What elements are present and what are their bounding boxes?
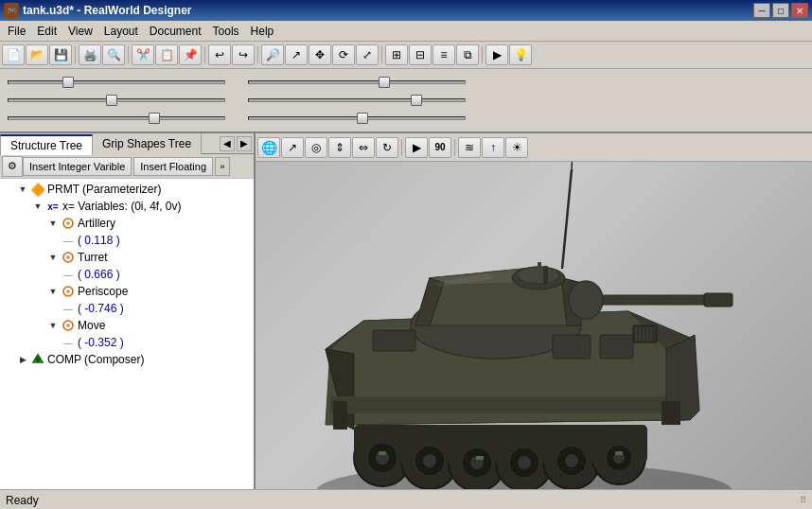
tb-redo[interactable]: ↪ [232, 44, 255, 65]
vp-btn-target[interactable]: ◎ [305, 137, 327, 158]
svg-rect-51 [553, 335, 591, 359]
slider-track-1[interactable] [8, 80, 225, 84]
vp-btn-move-h[interactable]: ⇔ [352, 137, 375, 158]
expander-turret[interactable]: ▼ [45, 250, 61, 265]
slider-track-3[interactable] [8, 116, 225, 120]
expander-artillery[interactable]: ▼ [45, 216, 61, 231]
label-prmt[interactable]: PRMT (Parameterizer) [45, 183, 163, 196]
tb-new[interactable]: 📄 [2, 44, 25, 65]
tb-group[interactable]: ⧉ [456, 44, 479, 65]
label-turret[interactable]: Turret [76, 251, 110, 264]
slider-thumb-1[interactable] [62, 77, 74, 88]
expander-periscope[interactable]: ▼ [45, 284, 61, 299]
svg-point-43 [518, 267, 559, 284]
tab-next-button[interactable]: ▶ [237, 136, 252, 151]
insert-floating-button[interactable]: Insert Floating [133, 157, 213, 176]
tb-grid[interactable]: ⊟ [409, 44, 432, 65]
tb-rotate[interactable]: ⟳ [332, 44, 355, 65]
tree-settings-button[interactable]: ⚙ [2, 156, 23, 177]
vp-btn-wave[interactable]: ≋ [458, 137, 481, 158]
expander-comp[interactable]: ▶ [15, 352, 30, 367]
label-comp[interactable]: COMP (Composer) [45, 353, 146, 366]
viewport[interactable]: 🌐 ↗ ◎ ⇕ ⇔ ↻ ▶ 90 ≋ ↑ ☀ [256, 133, 812, 489]
tree-node-periscope: ▼ Periscope [0, 283, 254, 300]
menu-view[interactable]: View [62, 23, 98, 40]
slider-row-2 [8, 98, 804, 102]
menu-layout[interactable]: Layout [98, 23, 144, 40]
label-variables[interactable]: x= Variables: (0i, 4f, 0v) [61, 200, 184, 213]
sep3 [204, 46, 205, 63]
tab-prev-button[interactable]: ◀ [220, 136, 235, 151]
title-bar: 🎮 tank.u3d* - RealWorld Designer ─ □ ✕ [0, 0, 812, 21]
menu-edit[interactable]: Edit [31, 23, 62, 40]
svg-rect-13 [354, 425, 647, 463]
slider-track-1b[interactable] [248, 80, 466, 84]
vp-btn-angle[interactable]: 90 [429, 137, 451, 158]
tb-print[interactable]: 🖨️ [79, 44, 101, 65]
label-move[interactable]: Move [76, 319, 107, 332]
vp-btn-globe[interactable]: 🌐 [257, 137, 280, 158]
sep5 [381, 46, 382, 63]
label-artillery[interactable]: Artillery [76, 217, 117, 230]
tb-render[interactable]: ▶ [485, 44, 508, 65]
tb-light[interactable]: 💡 [509, 44, 532, 65]
tb-copy[interactable]: 📋 [155, 44, 178, 65]
close-button[interactable]: ✕ [791, 3, 808, 18]
vp-btn-rotate-l[interactable]: ↻ [376, 137, 398, 158]
tb-align[interactable]: ≡ [432, 44, 455, 65]
insert-integer-button[interactable]: Insert Integer Varible [23, 157, 132, 176]
icon-move [61, 318, 76, 333]
minimize-button[interactable]: ─ [753, 3, 770, 18]
slider-track-3b[interactable] [248, 116, 466, 120]
tb-open[interactable]: 📂 [26, 44, 48, 65]
tab-grip-shapes[interactable]: Grip Shapes Tree [93, 133, 202, 154]
toolbar-section-1: 📄 📂 💾 🖨️ 🔍 ✂️ 📋 📌 ↩ ↪ 🔎 ↗ ✥ ⟳ ⤢ ⊞ ⊟ ≡ ⧉ [2, 44, 532, 65]
maximize-button[interactable]: □ [772, 3, 789, 18]
svg-rect-44 [543, 266, 548, 285]
tb-cut[interactable]: ✂️ [132, 44, 154, 65]
tb-zoom[interactable]: 🔎 [261, 44, 284, 65]
tb-paste[interactable]: 📌 [179, 44, 202, 65]
tb-preview[interactable]: 🔍 [102, 44, 125, 65]
expander-move[interactable]: ▼ [45, 318, 61, 333]
viewport-toolbar: 🌐 ↗ ◎ ⇕ ⇔ ↻ ▶ 90 ≋ ↑ ☀ [256, 133, 812, 162]
tree-node-move-val: — ( -0.352 ) [0, 334, 254, 351]
tb-undo[interactable]: ↩ [208, 44, 231, 65]
left-panel: Structure Tree Grip Shapes Tree ◀ ▶ ⚙ In… [0, 133, 256, 489]
tb-scale[interactable]: ⤢ [356, 44, 379, 65]
svg-line-49 [562, 169, 572, 269]
tree-node-turret: ▼ Turret [0, 249, 254, 266]
more-options-button[interactable]: » [215, 157, 230, 176]
main-content: Structure Tree Grip Shapes Tree ◀ ▶ ⚙ In… [0, 133, 812, 489]
slider-thumb-2b[interactable] [411, 95, 422, 106]
tb-save[interactable]: 💾 [49, 44, 72, 65]
vp-btn-up[interactable]: ↑ [482, 137, 504, 158]
tree-node-comp: ▶ COMP (Composer) [0, 351, 254, 368]
slider-thumb-3[interactable] [149, 113, 160, 124]
slider-thumb-2[interactable] [106, 95, 117, 106]
slider-thumb-1b[interactable] [379, 77, 390, 88]
svg-point-5 [35, 357, 41, 362]
expander-vars[interactable]: ▼ [30, 199, 45, 214]
slider-track-2b[interactable] [248, 98, 466, 102]
vp-btn-cursor[interactable]: ↗ [281, 137, 304, 158]
svg-rect-47 [704, 293, 733, 307]
menu-tools[interactable]: Tools [207, 23, 245, 40]
menu-help[interactable]: Help [245, 23, 280, 40]
status-bar: Ready ⠿ [0, 489, 812, 509]
tb-move[interactable]: ✥ [309, 44, 331, 65]
expander-prmt[interactable]: ▼ [15, 182, 30, 197]
tb-select[interactable]: ↗ [285, 44, 308, 65]
tb-snap[interactable]: ⊞ [385, 44, 408, 65]
icon-artillery [61, 216, 76, 231]
menu-document[interactable]: Document [144, 23, 207, 40]
vp-btn-move-v[interactable]: ⇕ [328, 137, 351, 158]
label-periscope[interactable]: Periscope [76, 285, 130, 298]
slider-thumb-3b[interactable] [357, 113, 368, 124]
slider-track-2[interactable] [8, 98, 225, 102]
menu-file[interactable]: File [2, 23, 31, 40]
menu-bar: File Edit View Layout Document Tools Hel… [0, 21, 812, 42]
tab-structure-tree[interactable]: Structure Tree [0, 134, 93, 155]
vp-btn-play[interactable]: ▶ [405, 137, 428, 158]
vp-btn-sun[interactable]: ☀ [505, 137, 528, 158]
